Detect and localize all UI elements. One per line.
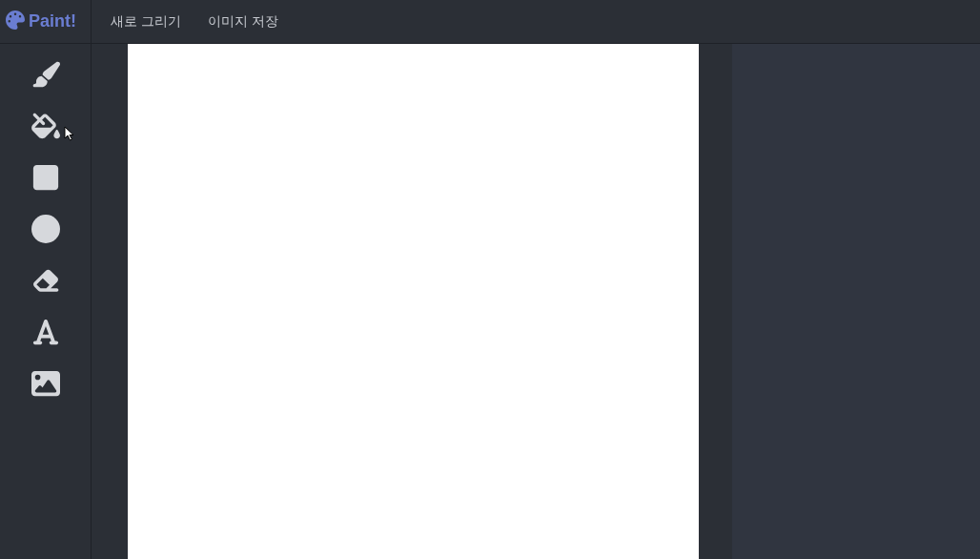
body-area (0, 44, 980, 559)
tool-circle[interactable] (23, 216, 69, 246)
logo-section[interactable]: Paint! (0, 0, 92, 44)
tool-eraser[interactable] (23, 267, 69, 298)
canvas[interactable] (128, 44, 699, 559)
tool-text[interactable] (23, 319, 69, 349)
header: Paint! 새로 그리기 이미지 저장 (0, 0, 980, 44)
palette-icon (6, 10, 25, 33)
tool-image[interactable] (23, 370, 69, 401)
menu-new-drawing[interactable]: 새로 그리기 (111, 13, 181, 31)
canvas-area (92, 44, 980, 559)
circle-icon (31, 215, 60, 247)
right-panel (732, 44, 980, 559)
tool-sidebar (0, 44, 92, 559)
fill-icon (31, 112, 60, 144)
image-icon (31, 369, 60, 402)
square-icon (31, 163, 60, 196)
logo-text: Paint! (29, 11, 76, 31)
font-icon (31, 318, 60, 350)
tool-fill[interactable] (23, 113, 69, 143)
menu-save-image[interactable]: 이미지 저장 (208, 13, 278, 31)
eraser-icon (31, 266, 60, 299)
tool-rectangle[interactable] (23, 164, 69, 195)
menu: 새로 그리기 이미지 저장 (92, 13, 278, 31)
brush-icon (31, 60, 60, 93)
tool-brush[interactable] (23, 61, 69, 92)
